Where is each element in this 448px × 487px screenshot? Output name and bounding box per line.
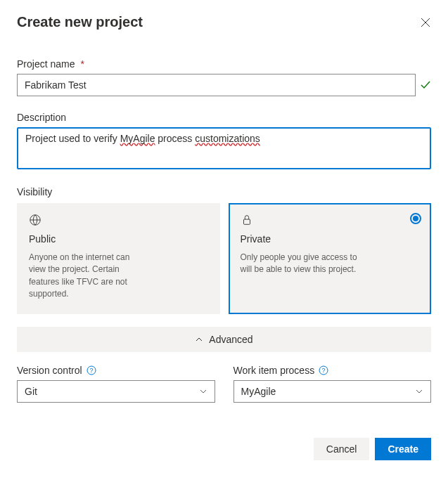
- description-text: Project used to verify: [25, 133, 120, 144]
- globe-icon: [29, 214, 41, 226]
- version-control-select[interactable]: Git: [17, 380, 215, 403]
- help-icon[interactable]: ?: [87, 365, 96, 375]
- lock-icon: [241, 214, 253, 226]
- public-title: Public: [29, 233, 208, 245]
- public-desc: Anyone on the internet can view the proj…: [29, 252, 148, 301]
- description-text: process: [155, 133, 195, 144]
- help-icon[interactable]: ?: [319, 365, 328, 375]
- version-control-value: Git: [25, 386, 37, 397]
- private-desc: Only people you give access to will be a…: [241, 252, 360, 276]
- description-textarea[interactable]: Project used to verify MyAgile process c…: [17, 127, 431, 169]
- version-control-label: Version control: [17, 365, 82, 376]
- project-name-label: Project name: [17, 58, 75, 70]
- svg-text:?: ?: [322, 367, 326, 374]
- work-item-process-value: MyAgile: [241, 386, 276, 397]
- chevron-down-icon: [415, 387, 423, 396]
- private-title: Private: [241, 233, 420, 245]
- chevron-up-icon: [195, 335, 203, 344]
- valid-check-icon: [420, 79, 431, 91]
- visibility-option-public[interactable]: Public Anyone on the internet can view t…: [17, 203, 220, 314]
- create-button[interactable]: Create: [375, 438, 431, 460]
- radio-selected-icon: [410, 213, 421, 224]
- work-item-process-select[interactable]: MyAgile: [233, 380, 432, 403]
- svg-text:?: ?: [89, 367, 93, 374]
- svg-rect-1: [243, 219, 250, 224]
- chevron-down-icon: [199, 387, 207, 396]
- dialog-title: Create new project: [17, 14, 143, 30]
- cancel-button[interactable]: Cancel: [314, 438, 370, 460]
- visibility-label: Visibility: [17, 186, 52, 197]
- project-name-input[interactable]: [17, 74, 416, 96]
- advanced-label: Advanced: [209, 334, 252, 345]
- close-icon[interactable]: [420, 17, 431, 28]
- description-text: customizations: [195, 133, 260, 144]
- required-asterisk: *: [80, 58, 84, 70]
- visibility-option-private[interactable]: Private Only people you give access to w…: [229, 203, 432, 314]
- advanced-toggle[interactable]: Advanced: [17, 327, 431, 352]
- work-item-process-label: Work item process: [233, 365, 315, 376]
- description-label: Description: [17, 112, 66, 123]
- description-text: MyAgile: [120, 133, 155, 144]
